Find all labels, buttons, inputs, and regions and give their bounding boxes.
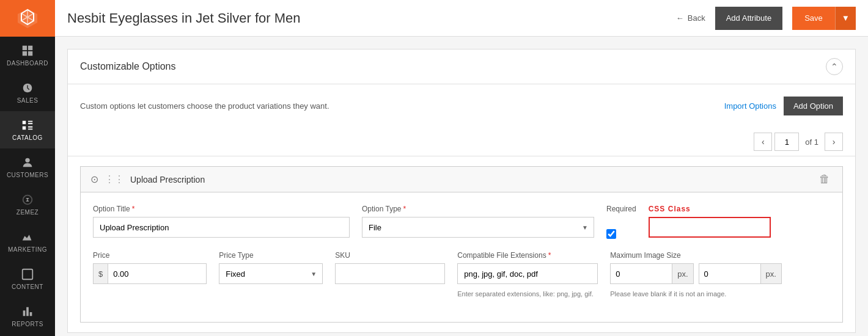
- max-image-size-inputs: px. px.: [610, 263, 782, 284]
- max-image-hint: Please leave blank if it is not an image…: [610, 290, 782, 298]
- sidebar-item-sales[interactable]: SALES: [0, 74, 55, 111]
- pagination-next-button[interactable]: ›: [825, 133, 843, 151]
- back-button[interactable]: ← Back: [676, 13, 705, 23]
- content-area: Customizable Options ⌃ Custom options le…: [55, 37, 868, 336]
- option-fields-row-2: Price $ Price Type Fixed Per: [93, 251, 830, 298]
- section-actions: Import Options Add Option: [724, 97, 843, 115]
- price-type-group: Price Type Fixed Percent: [219, 251, 323, 284]
- option-type-group: Option Type* File Text Date Select: [362, 205, 594, 239]
- css-class-group: CSS Class: [649, 205, 771, 239]
- price-type-select[interactable]: Fixed Percent: [219, 263, 323, 284]
- sidebar-item-dashboard[interactable]: DASHBOARD: [0, 37, 55, 74]
- section-description: Custom options let customers choose the …: [80, 101, 712, 111]
- required-star: *: [132, 205, 135, 213]
- svg-rect-0: [23, 46, 27, 50]
- price-prefix: $: [94, 264, 108, 283]
- required-checkbox[interactable]: [606, 229, 616, 239]
- option-type-select[interactable]: File Text Date Select: [362, 217, 594, 238]
- section-title: Customizable Options: [80, 61, 176, 72]
- customizable-options-section: Customizable Options ⌃ Custom options le…: [67, 49, 856, 333]
- max-width-input[interactable]: [611, 266, 672, 282]
- sidebar-item-content[interactable]: CONTENT: [0, 260, 55, 298]
- option-fields-row-1: Option Title* Option Type* File: [93, 205, 830, 239]
- svg-point-5: [25, 158, 29, 163]
- page-of-label: of 1: [801, 137, 822, 147]
- svg-rect-6: [23, 269, 33, 280]
- collapse-section-button[interactable]: ⌃: [826, 58, 843, 75]
- topbar: Nesbit Eyeglasses in Jet Silver for Men …: [55, 0, 868, 37]
- price-label: Price: [93, 251, 207, 260]
- option-delete-button[interactable]: 🗑: [817, 173, 833, 186]
- drag-handle-icon[interactable]: ⋮⋮: [105, 173, 124, 185]
- file-ext-hint: Enter separated extensions, like: png, j…: [457, 290, 598, 298]
- svg-rect-1: [28, 46, 32, 50]
- price-input[interactable]: [108, 266, 206, 282]
- max-height-input[interactable]: [699, 266, 760, 282]
- save-dropdown-button[interactable]: ▼: [835, 7, 856, 30]
- pagination-prev-button[interactable]: ‹: [754, 133, 772, 151]
- option-type-select-wrapper: File Text Date Select: [362, 217, 594, 238]
- required-star-3: *: [548, 251, 551, 260]
- file-ext-input[interactable]: [457, 263, 598, 284]
- sku-label: SKU: [335, 251, 445, 260]
- price-input-wrapper: $: [93, 263, 207, 284]
- page-title: Nesbit Eyeglasses in Jet Silver for Men: [67, 10, 666, 26]
- option-item-header: ⊙ ⋮⋮ Upload Prescription 🗑: [81, 167, 842, 192]
- px-suffix-width: px.: [672, 264, 693, 283]
- page-number-input[interactable]: 1: [774, 133, 799, 151]
- back-arrow-icon: ←: [676, 13, 684, 23]
- option-fields: Option Title* Option Type* File: [81, 192, 842, 322]
- option-title-label: Option Title*: [93, 205, 350, 213]
- logo[interactable]: [0, 0, 55, 37]
- max-image-size-label: Maximum Image Size: [610, 251, 782, 260]
- required-checkbox-wrapper: [606, 229, 636, 239]
- import-options-link[interactable]: Import Options: [724, 101, 776, 111]
- pagination-row: ‹ 1 of 1 ›: [68, 128, 855, 156]
- required-star-2: *: [403, 205, 406, 213]
- sidebar-item-reports[interactable]: REPORTS: [0, 298, 55, 335]
- sku-input[interactable]: [335, 263, 445, 284]
- save-button[interactable]: Save: [792, 7, 835, 30]
- file-ext-group: Compatible File Extensions* Enter separa…: [457, 251, 598, 298]
- add-attribute-button[interactable]: Add Attribute: [715, 7, 782, 30]
- save-button-group: Save ▼: [792, 7, 856, 30]
- option-item: ⊙ ⋮⋮ Upload Prescription 🗑 Option Title*: [80, 166, 843, 323]
- sidebar-item-marketing[interactable]: MARKETING: [0, 223, 55, 260]
- svg-rect-3: [28, 51, 32, 56]
- price-group: Price $: [93, 251, 207, 284]
- max-width-wrapper: px.: [610, 263, 693, 284]
- section-description-row: Custom options let customers choose the …: [68, 84, 855, 128]
- sku-group: SKU: [335, 251, 445, 284]
- css-class-input[interactable]: [649, 217, 771, 238]
- sidebar: DASHBOARD SALES CATALOG CUSTOMERS ZEMEZ …: [0, 0, 55, 336]
- sidebar-item-zemez[interactable]: ZEMEZ: [0, 186, 55, 223]
- svg-rect-2: [23, 51, 27, 56]
- option-title-input[interactable]: [93, 217, 350, 238]
- option-title-group: Option Title*: [93, 205, 350, 239]
- sidebar-item-customers[interactable]: CUSTOMERS: [0, 148, 55, 186]
- add-option-button[interactable]: Add Option: [784, 97, 843, 115]
- sidebar-item-catalog[interactable]: CATALOG: [0, 111, 55, 148]
- option-item-name: Upload Prescription: [130, 175, 811, 184]
- option-collapse-button[interactable]: ⊙: [90, 173, 98, 185]
- required-group: Required: [606, 205, 636, 239]
- required-label: Required: [606, 205, 636, 213]
- main-content: Nesbit Eyeglasses in Jet Silver for Men …: [55, 0, 868, 336]
- file-ext-label: Compatible File Extensions*: [457, 251, 598, 260]
- px-suffix-height: px.: [760, 264, 781, 283]
- section-header: Customizable Options ⌃: [68, 49, 855, 84]
- max-height-wrapper: px.: [699, 263, 782, 284]
- price-type-label: Price Type: [219, 251, 323, 260]
- option-type-label: Option Type*: [362, 205, 594, 213]
- css-class-label: CSS Class: [649, 205, 771, 213]
- price-type-select-wrapper: Fixed Percent: [219, 263, 323, 284]
- max-image-size-group: Maximum Image Size px. px.: [610, 251, 782, 298]
